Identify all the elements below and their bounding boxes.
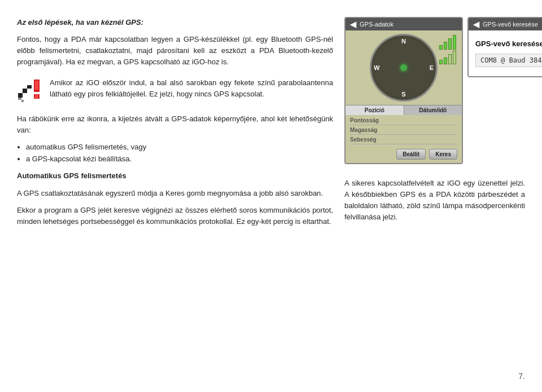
svg-rect-3 xyxy=(18,98,21,100)
gps-receiver-screen: ◀ GPS-vevő keresése GPS-vevő keresése: C… xyxy=(467,17,542,77)
gps-receiver-body: GPS-vevő keresése: COM8 @ Baud 38400 xyxy=(469,30,542,76)
warning-text: Amikor az iGO először indul, a bal alsó … xyxy=(50,77,333,100)
heading-block: Az első lépések, ha van kéznél GPS: xyxy=(17,17,333,28)
gps-screen-title: GPS-adatok xyxy=(360,21,394,28)
gps-tab-datetime[interactable]: Dátum/idő xyxy=(404,105,462,115)
main-heading: Az első lépések, ha van kéznél GPS: xyxy=(17,18,143,27)
right-column: ◀ GPS-adatok N S W E xyxy=(344,17,525,375)
warning-block: Amikor az iGO először indul, a bal alsó … xyxy=(17,77,333,104)
svg-rect-4 xyxy=(21,100,24,102)
section-heading-block: Automatikus GPS felismertetés xyxy=(17,170,333,182)
sat-bar-row-2 xyxy=(439,51,456,64)
gps-info-speed: Sebesség xyxy=(350,136,457,144)
gps-data-screen: ◀ GPS-adatok N S W E xyxy=(344,17,463,164)
settings-button[interactable]: Beállit xyxy=(396,149,426,160)
gps-receiver-header-title: GPS-vevő keresése xyxy=(483,21,538,28)
gps-dot xyxy=(400,64,407,71)
bullet-list: automatikus GPS felismertetés, vagy a GP… xyxy=(17,142,333,165)
svg-rect-2 xyxy=(27,85,32,89)
sat-bar xyxy=(448,54,452,64)
bullet-item-2: a GPS-kapcsolat kézi beállítása. xyxy=(26,153,333,165)
gps-buttons: Beállit Keres xyxy=(346,147,462,163)
compass-e: E xyxy=(430,64,434,71)
gps-receiver-screen-wrapper: ◀ GPS-vevő keresése GPS-vevő keresése: C… xyxy=(467,17,542,164)
gps-tabs: Pozíció Dátum/idő xyxy=(346,105,462,115)
sat-bar xyxy=(453,35,456,50)
sat-bar xyxy=(453,51,456,64)
section-heading: Automatikus GPS felismertetés xyxy=(17,171,126,180)
gps-receiver-value: COM8 @ Baud 38400 xyxy=(475,54,542,67)
compass-circle: N S W E xyxy=(370,34,438,102)
bullet-item-1: automatikus GPS felismertetés, vagy xyxy=(26,142,333,153)
gps-tab-position[interactable]: Pozíció xyxy=(346,105,404,115)
accuracy-label: Pontosság xyxy=(350,117,379,124)
gps-data-screen-wrapper: ◀ GPS-adatok N S W E xyxy=(344,17,463,164)
sat-bar xyxy=(448,38,452,50)
altitude-label: Magasság xyxy=(350,127,377,133)
gps-info-accuracy: Pontosság xyxy=(350,117,457,125)
sat-bar xyxy=(444,42,447,50)
satellite-bars xyxy=(439,35,456,64)
svg-rect-0 xyxy=(18,93,23,98)
compass-w: W xyxy=(374,64,379,71)
para1: Fontos, hogy a PDA már kapcsolatban legy… xyxy=(17,34,333,68)
compass-s: S xyxy=(401,91,405,98)
compass-area: N S W E xyxy=(346,30,462,105)
sat-bar xyxy=(439,60,443,64)
svg-rect-7 xyxy=(35,81,38,90)
gps-screen-header: ◀ GPS-adatok xyxy=(346,18,462,30)
speed-label: Sebesség xyxy=(350,136,377,143)
antenna-warning-icon xyxy=(17,77,44,104)
sat-bar xyxy=(439,45,443,50)
back-arrow-icon: ◀ xyxy=(350,20,356,29)
compass-n: N xyxy=(401,38,406,45)
screen-images: ◀ GPS-adatok N S W E xyxy=(344,17,525,164)
right-text: A sikeres kapcsolatfelvételt az iGO egy … xyxy=(344,178,525,223)
svg-rect-8 xyxy=(35,95,38,98)
gps-receiver-title: GPS-vevő keresése: xyxy=(475,39,542,48)
page-number: 7. xyxy=(518,372,525,381)
gps-info-altitude: Magasság xyxy=(350,127,457,135)
para4: Ekkor a program a GPS jelét keresve végi… xyxy=(17,205,333,227)
sat-bar xyxy=(444,58,447,64)
para2: Ha rábökünk erre az ikonra, a kijelzés á… xyxy=(17,113,333,136)
gps-receiver-header: ◀ GPS-vevő keresése xyxy=(469,18,542,30)
warning-icon xyxy=(17,77,44,104)
gps-info-section: Pontosság Magasság Sebesség xyxy=(346,115,462,147)
para3: A GPS csatlakoztatásának egyszerű módja … xyxy=(17,188,333,199)
svg-rect-1 xyxy=(23,89,27,93)
back-arrow-icon-2: ◀ xyxy=(473,20,479,29)
sat-bar-row-1 xyxy=(439,35,456,50)
left-column: Az első lépések, ha van kéznél GPS: Font… xyxy=(17,17,333,375)
search-button[interactable]: Keres xyxy=(429,149,457,160)
